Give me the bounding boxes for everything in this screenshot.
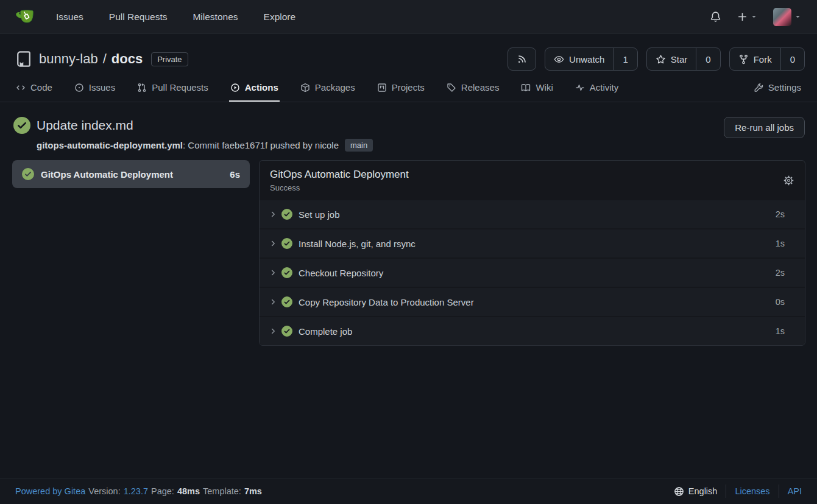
rss-feed-button[interactable] [508, 47, 536, 71]
tag-icon [447, 83, 456, 93]
repo-header: bunny-lab / docs Private Unwatch [0, 34, 817, 71]
template-time: 7ms [244, 486, 262, 496]
version-label: Version: [88, 486, 120, 496]
job-list: GitOps Automatic Deployment 6s [12, 160, 250, 188]
fork-icon [738, 54, 749, 65]
divider [726, 485, 726, 498]
step-name: Complete job [299, 326, 776, 337]
rerun-all-jobs-button[interactable]: Re-run all jobs [724, 117, 805, 138]
avatar[interactable] [773, 8, 791, 26]
private-badge: Private [151, 52, 188, 66]
step-row-setup-job[interactable]: Set up job 2s [260, 199, 805, 228]
create-new-button[interactable] [737, 12, 757, 22]
tab-pull-requests[interactable]: Pull Requests [136, 74, 210, 102]
gear-icon[interactable] [783, 175, 794, 186]
watchers-count[interactable]: 1 [613, 48, 637, 70]
step-name: Checkout Repository [299, 268, 776, 278]
workflow-run-header: Update index.md gitops-automatic-deploym… [0, 102, 817, 152]
repo-name-link[interactable]: docs [111, 51, 143, 67]
repo-separator: / [103, 51, 107, 67]
language-selector[interactable]: English [674, 486, 718, 497]
tab-activity[interactable]: Activity [574, 74, 620, 102]
step-name: Copy Repository Data to Production Serve… [299, 297, 776, 307]
footer-right: English Licenses API [674, 485, 802, 498]
step-duration: 1s [776, 239, 785, 248]
forks-count[interactable]: 0 [780, 48, 804, 70]
fork-button-group: Fork 0 [729, 47, 805, 71]
nav-issues[interactable]: Issues [56, 12, 83, 23]
repo-action-buttons: Unwatch 1 Star 0 [508, 47, 805, 71]
star-button-group: Star 0 [646, 47, 721, 71]
nav-explore[interactable]: Explore [264, 12, 296, 23]
step-duration: 2s [776, 268, 785, 278]
step-duration: 1s [776, 326, 785, 336]
job-detail-panel: GitOps Automatic Deployment Success Set … [259, 160, 805, 346]
commit-info: : Commit faebe1671f pushed by nicole [183, 140, 339, 150]
run-title: Update index.md [37, 118, 133, 133]
gitea-logo-icon[interactable] [15, 6, 37, 28]
success-check-icon [22, 168, 34, 180]
fork-button[interactable]: Fork [730, 48, 780, 70]
licenses-link[interactable]: Licenses [735, 486, 769, 496]
step-name: Install Node.js, git, and rsync [299, 239, 776, 249]
unwatch-button[interactable]: Unwatch [545, 48, 613, 70]
tab-issues[interactable]: Issues [73, 74, 116, 102]
chevron-right-icon [269, 327, 277, 335]
stars-count[interactable]: 0 [696, 48, 720, 70]
play-circle-icon [230, 83, 240, 93]
repo-book-icon [15, 50, 33, 68]
job-list-item[interactable]: GitOps Automatic Deployment 6s [12, 160, 250, 188]
job-detail-title: GitOps Automatic Deployment [270, 169, 409, 181]
step-name: Set up job [299, 209, 776, 220]
job-duration: 6s [230, 169, 240, 180]
run-head-left: Update index.md gitops-automatic-deploym… [13, 117, 373, 152]
step-row-copy-data[interactable]: Copy Repository Data to Production Serve… [260, 287, 805, 316]
job-detail-header: GitOps Automatic Deployment Success [260, 161, 805, 199]
tab-releases[interactable]: Releases [445, 74, 501, 102]
tab-code[interactable]: Code [15, 74, 54, 102]
project-board-icon [377, 83, 387, 93]
issue-circle-icon [74, 83, 84, 93]
step-row-install-node[interactable]: Install Node.js, git, and rsync 1s [260, 228, 805, 257]
tab-packages[interactable]: Packages [299, 74, 356, 102]
footer: Powered by Gitea Version: 1.23.7 Page: 4… [0, 478, 817, 504]
user-menu[interactable] [773, 8, 801, 26]
branch-badge[interactable]: main [345, 139, 373, 152]
book-open-icon [521, 83, 531, 93]
success-check-icon [13, 117, 30, 134]
tab-actions[interactable]: Actions [229, 74, 280, 102]
tab-projects[interactable]: Projects [376, 74, 426, 102]
navbar-links: Issues Pull Requests Milestones Explore [56, 12, 295, 23]
powered-by-gitea-link[interactable]: Powered by Gitea [15, 486, 85, 496]
step-row-complete-job[interactable]: Complete job 1s [260, 316, 805, 345]
success-check-icon [281, 209, 292, 220]
chevron-right-icon [269, 210, 277, 219]
run-body: GitOps Automatic Deployment 6s GitOps Au… [0, 152, 817, 346]
notifications-bell-icon[interactable] [710, 11, 721, 23]
nav-pull-requests[interactable]: Pull Requests [109, 12, 168, 23]
version-link[interactable]: 1.23.7 [124, 486, 148, 496]
tab-settings[interactable]: Settings [752, 74, 802, 102]
tab-wiki[interactable]: Wiki [520, 74, 554, 102]
repo-owner-link[interactable]: bunny-lab [39, 51, 98, 67]
divider [779, 485, 779, 498]
footer-left: Powered by Gitea Version: 1.23.7 Page: 4… [15, 486, 262, 496]
api-link[interactable]: API [788, 486, 802, 496]
step-duration: 0s [776, 297, 785, 307]
chevron-right-icon [269, 239, 277, 248]
chevron-right-icon [269, 298, 277, 306]
star-button[interactable]: Star [647, 48, 696, 70]
chevron-right-icon [269, 268, 277, 277]
workflow-file-link[interactable]: gitops-automatic-deployment.yml [37, 140, 183, 150]
breadcrumb: bunny-lab / docs [39, 51, 143, 67]
success-check-icon [281, 267, 292, 278]
nav-milestones[interactable]: Milestones [193, 12, 238, 23]
eye-icon [554, 54, 564, 65]
pull-request-icon [137, 83, 147, 93]
step-row-checkout[interactable]: Checkout Repository 2s [260, 257, 805, 287]
watch-button-group: Unwatch 1 [545, 47, 638, 71]
globe-icon [674, 486, 684, 497]
page-time: 48ms [177, 486, 200, 496]
chevron-down-icon [794, 13, 801, 20]
package-icon [300, 83, 310, 93]
